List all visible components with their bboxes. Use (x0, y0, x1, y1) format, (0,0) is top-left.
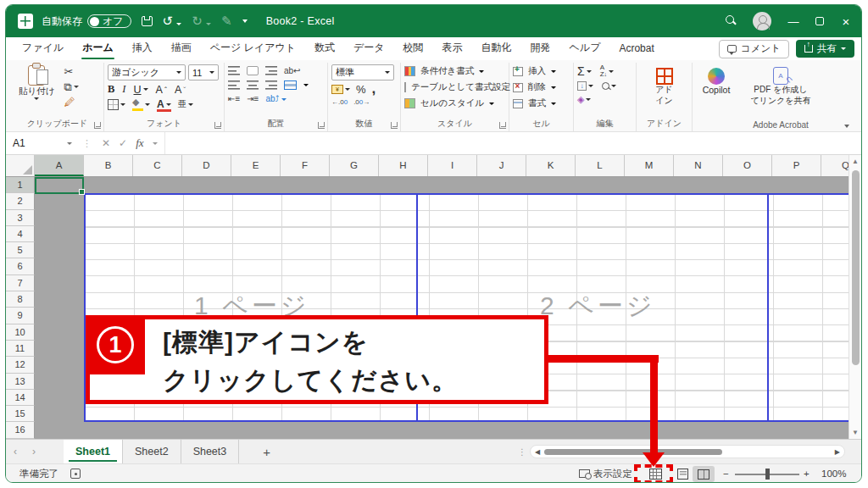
scroll-right-icon[interactable]: ▶ (835, 448, 840, 456)
comma-style-button[interactable]: , (372, 85, 376, 93)
save-icon[interactable] (142, 16, 153, 26)
percent-button[interactable]: % (356, 83, 366, 96)
column-header-K[interactable]: K (526, 155, 576, 176)
merge-center-icon[interactable] (284, 80, 297, 90)
row-header-8[interactable]: 8 (6, 291, 35, 308)
name-box[interactable]: A1 (6, 132, 79, 154)
align-middle-icon[interactable] (247, 66, 259, 75)
find-select-button[interactable] (602, 82, 616, 90)
copilot-button[interactable]: Copilot (698, 64, 735, 96)
column-header-A[interactable]: A (35, 155, 84, 176)
cells-item-2[interactable]: 書式 (513, 97, 570, 109)
ribbon-tab-校閲[interactable]: 校閲 (394, 37, 433, 60)
ribbon-tab-データ[interactable]: データ (344, 37, 394, 60)
ribbon-tab-表示[interactable]: 表示 (433, 37, 472, 60)
ribbon-tab-挿入[interactable]: 挿入 (123, 37, 162, 60)
sort-filter-button[interactable]: AZ↓ (600, 64, 614, 78)
increase-indent-button[interactable]: ⇥≡ (247, 95, 259, 103)
clipboard-dialog-launcher-icon[interactable] (94, 122, 101, 129)
row-header-4[interactable]: 4 (6, 226, 35, 242)
font-dialog-launcher-icon[interactable] (214, 122, 221, 129)
column-header-D[interactable]: D (182, 155, 231, 176)
bold-button[interactable]: B (108, 83, 114, 96)
row-header-14[interactable]: 14 (6, 390, 35, 406)
row-header-9[interactable]: 9 (6, 308, 35, 324)
column-header-O[interactable]: O (723, 155, 772, 176)
orientation-button[interactable]: ab⤴ (265, 95, 286, 103)
page-break-preview-button[interactable] (693, 466, 715, 482)
horizontal-scrollbar[interactable]: ◀ ▶ (530, 445, 845, 458)
fill-button[interactable]: ↓ (577, 81, 593, 91)
align-right-icon[interactable] (265, 80, 277, 90)
column-header-Q[interactable]: Q (821, 155, 850, 176)
view-settings-button[interactable]: 表示設定 (579, 464, 632, 483)
styles-item-0[interactable]: 条件付き書式 (404, 65, 505, 77)
formula-input[interactable] (165, 132, 861, 154)
row-header-7[interactable]: 7 (6, 275, 35, 291)
decrease-font-button[interactable]: A (175, 84, 186, 96)
share-button[interactable]: 共有 (796, 40, 854, 58)
vertical-scroll-thumb[interactable] (852, 170, 860, 365)
align-top-icon[interactable] (228, 66, 240, 75)
new-sheet-button[interactable]: + (263, 445, 270, 459)
wrap-text-button[interactable]: ab↩ (284, 67, 301, 75)
ruby-button[interactable]: 亜 (178, 98, 193, 110)
pen-icon[interactable]: ✎ (221, 14, 232, 29)
cells-item-0[interactable]: 挿入 (513, 65, 570, 77)
sheet-nav-right-icon[interactable]: › (25, 446, 43, 458)
row-header-11[interactable]: 11 (6, 341, 35, 357)
clear-button[interactable]: ◈ (577, 94, 591, 105)
autosave-control[interactable]: 自動保存 オフ (42, 14, 131, 29)
autosave-toggle[interactable]: オフ (87, 14, 131, 28)
increase-decimal-button[interactable]: ←.00 (331, 98, 348, 106)
row-header-12[interactable]: 12 (6, 357, 35, 373)
row-header-6[interactable]: 6 (6, 258, 35, 274)
excel-app-icon[interactable] (18, 14, 33, 29)
decrease-indent-button[interactable]: ⇤≡ (228, 95, 240, 103)
enter-entry-icon[interactable]: ✓ (119, 137, 127, 149)
column-header-E[interactable]: E (231, 155, 281, 176)
sheet-tab-Sheet3[interactable]: Sheet3 (181, 440, 240, 463)
alignment-dialog-launcher-icon[interactable] (318, 122, 325, 129)
underline-button[interactable]: U (134, 84, 148, 96)
scroll-down-icon[interactable]: ▼ (849, 429, 861, 436)
number-dialog-launcher-icon[interactable] (391, 122, 398, 129)
ribbon-collapse-chevron-icon[interactable] (844, 125, 849, 128)
format-painter-button[interactable]: 🖉 (64, 97, 79, 108)
column-header-P[interactable]: P (772, 155, 821, 176)
maximize-button[interactable] (815, 17, 824, 25)
qat-customize-chevron-icon[interactable] (242, 19, 248, 23)
page-layout-view-button[interactable] (672, 466, 693, 482)
styles-dialog-launcher-icon[interactable] (499, 122, 506, 129)
sheet-tab-Sheet1[interactable]: Sheet1 (64, 440, 123, 463)
row-header-1[interactable]: 1 (6, 177, 35, 193)
column-header-B[interactable]: B (84, 155, 133, 176)
styles-item-1[interactable]: テーブルとして書式設定 (404, 81, 505, 93)
ribbon-tab-ヘルプ[interactable]: ヘルプ (560, 37, 610, 60)
horizontal-scroll-thumb[interactable] (544, 449, 722, 455)
row-header-13[interactable]: 13 (6, 374, 35, 390)
insert-function-icon[interactable]: fx (136, 136, 143, 150)
zoom-level[interactable]: 100% (821, 464, 846, 483)
column-header-G[interactable]: G (330, 155, 379, 176)
column-header-F[interactable]: F (281, 155, 330, 176)
align-center-icon[interactable] (247, 80, 259, 90)
column-header-H[interactable]: H (379, 155, 428, 176)
borders-button[interactable] (108, 99, 125, 110)
cancel-entry-icon[interactable]: ✕ (102, 137, 110, 149)
align-bottom-icon[interactable] (265, 66, 277, 75)
account-avatar[interactable] (753, 12, 771, 30)
accessibility-checker[interactable] (70, 464, 81, 483)
ribbon-tab-Acrobat[interactable]: Acrobat (609, 39, 663, 59)
currency-button[interactable]: ¥ (331, 85, 350, 94)
align-left-icon[interactable] (228, 80, 240, 90)
autosum-button[interactable]: Σ (577, 64, 592, 78)
create-pdf-button[interactable]: A PDF を作成し てリンクを共有 (746, 64, 815, 107)
page-break-line-2[interactable] (767, 193, 769, 422)
merge-chevron-icon[interactable] (303, 84, 309, 86)
namebox-splitter-icon[interactable]: ⋮ (82, 138, 92, 149)
column-header-J[interactable]: J (477, 155, 526, 176)
sheet-tab-Sheet2[interactable]: Sheet2 (123, 440, 181, 463)
font-name-select[interactable]: 游ゴシック (108, 64, 186, 80)
font-size-select[interactable]: 11 (188, 64, 219, 80)
